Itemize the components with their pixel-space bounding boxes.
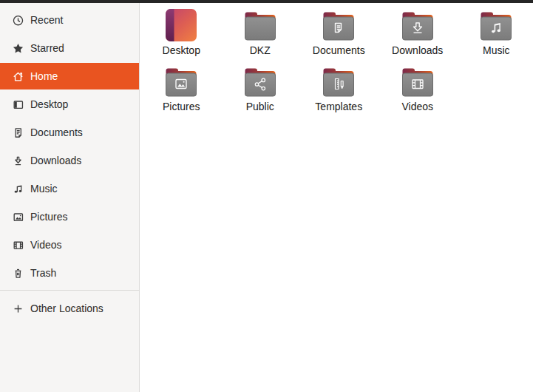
public-folder-icon	[242, 64, 278, 99]
sidebar-item-label: Music	[30, 183, 58, 195]
sidebar-item-label: Documents	[30, 126, 83, 138]
sidebar-item-home[interactable]: Home	[0, 63, 139, 89]
plus-icon	[12, 303, 24, 315]
file-label: Documents	[313, 44, 365, 56]
downloads-icon	[12, 155, 24, 167]
file-item-videos[interactable]: Videos	[378, 64, 458, 120]
music-folder-icon	[478, 7, 514, 43]
pictures-icon	[12, 211, 24, 223]
desktop-icon	[12, 98, 24, 111]
file-label: Templates	[315, 101, 362, 112]
downloads-folder-icon	[400, 7, 435, 43]
sidebar-item-label: Desktop	[30, 98, 68, 110]
file-item-downloads[interactable]: Downloads	[378, 7, 458, 64]
sidebar-item-label: Pictures	[30, 211, 68, 223]
trash-icon	[12, 267, 24, 280]
sidebar-item-label: Other Locations	[30, 303, 103, 314]
sidebar-item-starred[interactable]: Starred	[0, 35, 139, 61]
file-label: Downloads	[392, 44, 443, 56]
sidebar-item-desktop[interactable]: Desktop	[0, 91, 139, 118]
pictures-folder-icon	[163, 64, 199, 99]
sidebar-item-music[interactable]: Music	[0, 175, 139, 202]
sidebar-item-label: Starred	[30, 42, 64, 54]
file-item-public[interactable]: Public	[221, 64, 300, 120]
file-label: Videos	[401, 101, 433, 112]
documents-icon	[12, 126, 24, 139]
sidebar-item-label: Recent	[30, 14, 63, 26]
videos-folder-icon	[400, 64, 435, 99]
places-sidebar: Recent Starred Home	[0, 3, 140, 392]
file-manager-window: Recent Starred Home	[0, 0, 533, 392]
file-item-pictures[interactable]: Pictures	[142, 64, 221, 120]
sidebar-item-label: Home	[30, 70, 58, 82]
file-item-desktop[interactable]: Desktop	[142, 7, 221, 64]
sidebar-item-other-locations[interactable]: Other Locations	[0, 295, 139, 322]
files-view: Desktop DKZ	[140, 3, 533, 392]
desktop-gradient-icon	[163, 7, 199, 43]
documents-folder-icon	[321, 7, 356, 43]
files-grid: Desktop DKZ	[142, 7, 533, 120]
music-note-icon	[12, 183, 24, 195]
file-label: Music	[483, 44, 510, 56]
sidebar-item-label: Downloads	[30, 155, 81, 166]
file-item-music[interactable]: Music	[457, 7, 533, 64]
videos-icon	[12, 239, 24, 251]
file-item-templates[interactable]: Templates	[299, 64, 378, 120]
sidebar-item-videos[interactable]: Videos	[0, 232, 139, 258]
file-label: DKZ	[250, 44, 271, 56]
home-icon	[12, 70, 24, 83]
sidebar-item-label: Trash	[30, 267, 56, 279]
file-label: Pictures	[163, 101, 200, 112]
star-icon	[12, 42, 24, 55]
sidebar-separator	[0, 290, 139, 291]
sidebar-item-pictures[interactable]: Pictures	[0, 203, 139, 230]
sidebar-item-label: Videos	[30, 239, 62, 251]
file-item-dkz[interactable]: DKZ	[221, 7, 300, 64]
sidebar-item-documents[interactable]: Documents	[0, 119, 139, 146]
sidebar-item-trash[interactable]: Trash	[0, 260, 139, 286]
sidebar-item-downloads[interactable]: Downloads	[0, 147, 139, 174]
sidebar-item-recent[interactable]: Recent	[0, 7, 139, 33]
clock-icon	[12, 14, 24, 27]
file-label: Public	[246, 101, 274, 112]
plain-folder-icon	[242, 7, 278, 43]
templates-folder-icon	[321, 64, 356, 99]
file-label: Desktop	[163, 44, 200, 56]
file-item-documents[interactable]: Documents	[299, 7, 378, 64]
